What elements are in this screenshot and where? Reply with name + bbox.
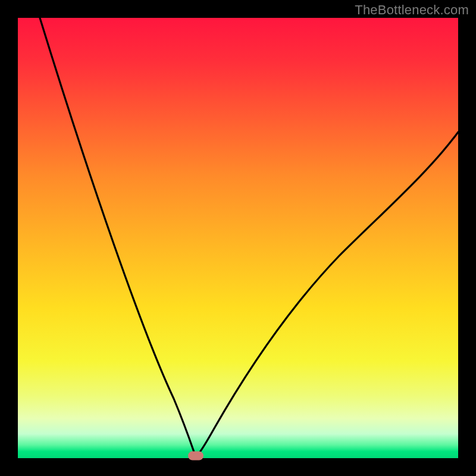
optimum-marker	[188, 451, 203, 460]
plot-area	[18, 18, 458, 458]
curve-path	[40, 18, 458, 457]
chart-frame: TheBottleneck.com	[0, 0, 476, 476]
bottleneck-curve	[18, 18, 458, 458]
watermark-text: TheBottleneck.com	[355, 2, 469, 18]
